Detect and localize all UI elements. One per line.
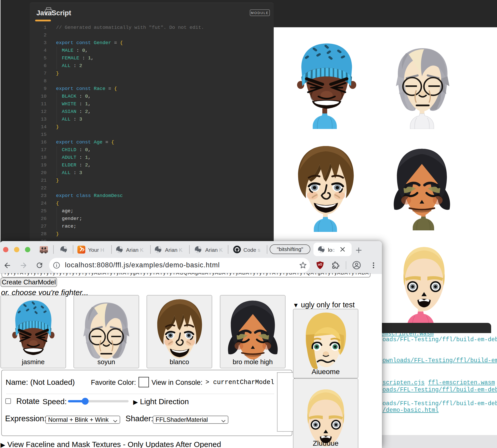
svg-text:uO: uO <box>318 263 322 266</box>
